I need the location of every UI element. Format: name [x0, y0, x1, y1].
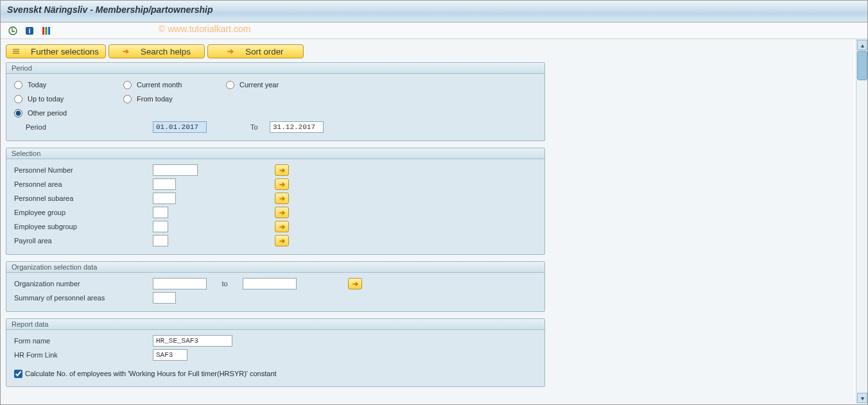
- scroll-thumb[interactable]: [857, 51, 867, 80]
- employee-group-multi-button[interactable]: ➔: [275, 207, 289, 218]
- radio-other-period-input[interactable]: [14, 109, 22, 117]
- personnel-number-multi-button[interactable]: ➔: [275, 164, 289, 176]
- org-number-from-input[interactable]: [153, 278, 207, 289]
- summary-input[interactable]: [153, 292, 176, 304]
- chevron-down-icon: ▾: [861, 395, 864, 402]
- report-group-body: Form name HR Form Link Calculate No. of …: [6, 330, 544, 386]
- title-bar: Svenskt Näringsliv - Membership/partowne…: [1, 1, 867, 22]
- org-number-multi-button[interactable]: ➔: [348, 278, 362, 289]
- form-name-label: Form name: [14, 337, 153, 345]
- radio-from-today[interactable]: From today: [123, 95, 226, 103]
- period-label: Period: [14, 123, 153, 131]
- arrow-right-icon: ➔: [279, 166, 285, 175]
- arrow-right-icon: ➔: [279, 237, 285, 245]
- chevron-up-icon: ▴: [861, 42, 864, 49]
- radio-other-period[interactable]: Other period: [14, 109, 123, 117]
- arrow-right-icon: ➔: [279, 194, 285, 203]
- employee-group-label: Employee group: [14, 209, 153, 216]
- radio-current-year[interactable]: Current year: [226, 81, 329, 89]
- hr-form-link-input[interactable]: [153, 349, 187, 361]
- page-title: Svenskt Näringsliv - Membership/partowne…: [7, 4, 213, 15]
- org-group-title: Organization selection data: [6, 262, 544, 273]
- personnel-subarea-input[interactable]: [153, 193, 176, 204]
- payroll-area-input[interactable]: [153, 235, 168, 246]
- org-number-to-input[interactable]: [243, 278, 297, 289]
- info-icon[interactable]: i: [24, 25, 35, 37]
- sort-order-label: Sort order: [245, 47, 283, 56]
- selection-group: Selection Personnel Number ➔ Personnel a…: [6, 148, 545, 255]
- personnel-area-multi-button[interactable]: ➔: [275, 178, 289, 190]
- svg-rect-4: [46, 27, 48, 35]
- personnel-subarea-label: Personnel subarea: [14, 194, 153, 202]
- svg-rect-5: [48, 27, 50, 35]
- further-selections-button[interactable]: Further selections: [6, 44, 106, 58]
- personnel-number-label: Personnel Number: [14, 166, 153, 174]
- radio-current-year-label: Current year: [239, 81, 279, 89]
- radio-current-month-input[interactable]: [123, 81, 132, 89]
- radio-from-today-label: From today: [137, 95, 173, 103]
- report-group-title: Report data: [6, 319, 544, 330]
- org-group: Organization selection data Organization…: [6, 261, 545, 312]
- menu-icon: [13, 47, 19, 56]
- radio-current-month[interactable]: Current month: [123, 81, 226, 89]
- period-to-input[interactable]: [270, 121, 324, 133]
- selection-group-title: Selection: [6, 148, 544, 159]
- content-wrap: Further selections ➔ Search helps ➔ Sort…: [1, 39, 867, 404]
- personnel-number-input[interactable]: [153, 164, 198, 176]
- employee-subgroup-label: Employee subgroup: [14, 223, 153, 230]
- search-helps-button[interactable]: ➔ Search helps: [108, 44, 205, 58]
- radio-from-today-input[interactable]: [123, 95, 132, 103]
- period-from-input[interactable]: [153, 121, 207, 133]
- further-selections-label: Further selections: [31, 47, 99, 56]
- radio-today-label: Today: [28, 81, 46, 89]
- personnel-area-input[interactable]: [153, 178, 176, 190]
- form-name-input[interactable]: [153, 335, 232, 347]
- vertical-scrollbar[interactable]: ▴ ▾: [856, 39, 867, 404]
- app-toolbar: i: [1, 22, 867, 39]
- button-row: Further selections ➔ Search helps ➔ Sort…: [6, 44, 849, 58]
- arrow-right-icon: ➔: [279, 180, 285, 189]
- summary-label: Summary of personnel areas: [14, 294, 153, 302]
- scroll-down-button[interactable]: ▾: [857, 393, 867, 403]
- arrow-icon: ➔: [227, 47, 234, 56]
- scroll-up-button[interactable]: ▴: [857, 40, 867, 50]
- radio-other-period-label: Other period: [28, 109, 67, 117]
- radio-today[interactable]: Today: [14, 81, 123, 89]
- svg-point-0: [9, 27, 17, 35]
- employee-subgroup-multi-button[interactable]: ➔: [275, 221, 289, 232]
- personnel-subarea-multi-button[interactable]: ➔: [275, 193, 289, 204]
- selection-group-body: Personnel Number ➔ Personnel area ➔ Pers…: [6, 159, 544, 254]
- hr-form-link-label: HR Form Link: [14, 351, 153, 359]
- org-number-label: Organization number: [14, 280, 153, 288]
- org-group-body: Organization number to ➔ Summary of pers…: [6, 273, 544, 311]
- employee-group-input[interactable]: [153, 207, 168, 218]
- org-to-label: to: [207, 280, 243, 288]
- radio-up-to-today-input[interactable]: [14, 95, 22, 103]
- arrow-right-icon: ➔: [279, 223, 285, 231]
- radio-current-year-input[interactable]: [226, 81, 234, 89]
- report-group: Report data Form name HR Form Link Calcu…: [6, 318, 545, 387]
- calc-employees-label: Calculate No. of employees with 'Working…: [25, 370, 277, 377]
- radio-up-to-today-label: Up to today: [28, 95, 64, 103]
- search-helps-label: Search helps: [141, 47, 191, 56]
- arrow-right-icon: ➔: [352, 280, 358, 288]
- sort-order-button[interactable]: ➔ Sort order: [207, 44, 304, 58]
- svg-rect-3: [42, 27, 44, 35]
- payroll-area-label: Payroll area: [14, 237, 153, 245]
- scroll-area: Further selections ➔ Search helps ➔ Sort…: [1, 39, 855, 404]
- execute-icon[interactable]: [7, 25, 19, 37]
- app-window: Svenskt Näringsliv - Membership/partowne…: [0, 0, 868, 405]
- period-to-label: To: [250, 123, 270, 131]
- arrow-icon: ➔: [123, 47, 129, 56]
- radio-up-to-today[interactable]: Up to today: [14, 95, 123, 103]
- payroll-area-multi-button[interactable]: ➔: [275, 235, 289, 246]
- color-bars-icon[interactable]: [40, 25, 52, 37]
- svg-text:i: i: [28, 27, 30, 35]
- employee-subgroup-input[interactable]: [153, 221, 168, 232]
- period-group: Period Today Current month Current year …: [6, 62, 545, 141]
- arrow-right-icon: ➔: [279, 209, 285, 217]
- period-group-title: Period: [6, 63, 544, 74]
- personnel-area-label: Personnel area: [14, 180, 153, 188]
- radio-today-input[interactable]: [14, 81, 22, 89]
- calc-employees-checkbox[interactable]: [14, 370, 22, 378]
